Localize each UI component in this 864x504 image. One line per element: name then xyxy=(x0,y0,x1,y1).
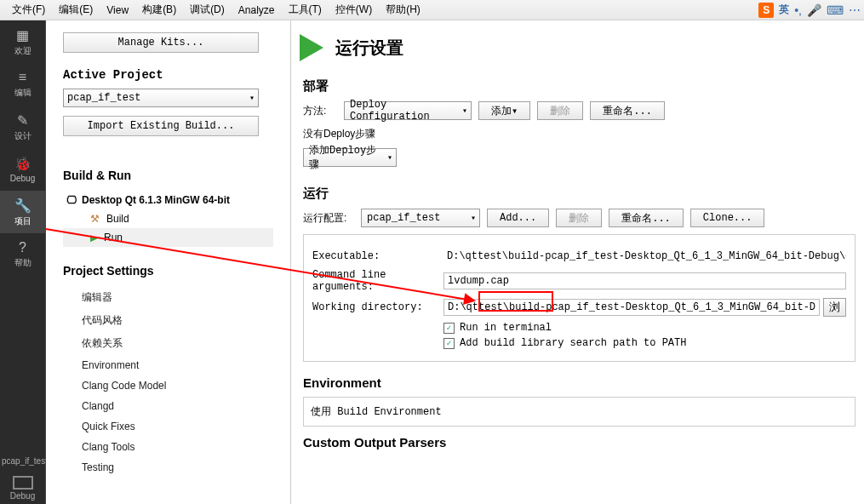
ps-quickfixes[interactable]: Quick Fixes xyxy=(63,416,273,437)
menubar: 文件(F) 编辑(E) View 构建(B) 调试(D) Analyze 工具(… xyxy=(0,0,864,20)
ps-dependencies[interactable]: 依赖关系 xyxy=(63,332,273,355)
deploy-method-select[interactable]: Deploy Configuration xyxy=(344,101,472,120)
method-label: 方法: xyxy=(303,104,337,118)
executable-label: Executable: xyxy=(312,250,440,262)
deploy-add-button[interactable]: 添加 ▾ xyxy=(478,101,530,120)
ps-editor[interactable]: 编辑器 xyxy=(63,286,273,309)
sidebar-design[interactable]: ✎设计 xyxy=(0,106,45,148)
ime-more-icon[interactable]: ⋯ xyxy=(849,3,861,17)
run-section-title: 运行 xyxy=(300,186,864,202)
sidebar-edit[interactable]: ≡编辑 xyxy=(0,63,45,106)
pencil-icon: ✎ xyxy=(17,112,28,129)
menu-edit[interactable]: 编辑(E) xyxy=(52,1,100,19)
edit-icon: ≡ xyxy=(19,70,26,85)
mode-sidebar: ▦欢迎 ≡编辑 ✎设计 🐞Debug 🔧项目 ?帮助 pcap_if_test … xyxy=(0,20,46,504)
sidebar-projects[interactable]: 🔧项目 xyxy=(0,191,45,233)
menu-build[interactable]: 构建(B) xyxy=(135,1,183,19)
no-deploy-steps-label: 没有Deploy步骤 xyxy=(303,127,375,141)
menu-tools[interactable]: 工具(T) xyxy=(282,1,329,19)
run-in-terminal-label: Run in terminal xyxy=(460,322,552,334)
workdir-input[interactable] xyxy=(443,299,820,316)
deploy-title: 部署 xyxy=(300,78,864,94)
help-icon: ? xyxy=(19,240,26,255)
ime-keyboard-icon[interactable]: ⌨ xyxy=(827,3,844,17)
run-big-icon xyxy=(300,34,323,61)
deploy-remove-button[interactable]: 删除 xyxy=(537,101,583,120)
ime-punct-icon[interactable]: •, xyxy=(794,3,802,17)
ps-codestyle[interactable]: 代码风格 xyxy=(63,309,273,332)
run-remove-button[interactable]: 删除 xyxy=(556,209,602,227)
sidebar-help[interactable]: ?帮助 xyxy=(0,233,45,276)
args-label: Command line arguments: xyxy=(312,269,440,293)
run-config-select[interactable]: pcap_if_test xyxy=(361,209,480,227)
ime-mic-icon[interactable]: 🎤 xyxy=(807,3,821,17)
ps-clang-tools[interactable]: Clang Tools xyxy=(63,437,273,457)
bug-icon: 🐞 xyxy=(14,156,31,172)
environment-title: Environment xyxy=(300,375,864,390)
workdir-label: Working directory: xyxy=(312,301,440,313)
manage-kits-button[interactable]: Manage Kits... xyxy=(63,32,259,53)
add-lib-path-label: Add build library search path to PATH xyxy=(460,337,686,349)
ps-testing[interactable]: Testing xyxy=(63,457,273,478)
workdir-browse-button[interactable]: 浏 xyxy=(823,298,846,317)
grid-icon: ▦ xyxy=(16,27,29,43)
menu-view[interactable]: View xyxy=(100,3,135,18)
sidebar-debug[interactable]: 🐞Debug xyxy=(0,148,45,191)
menu-analyze[interactable]: Analyze xyxy=(232,3,282,18)
environment-summary[interactable]: 使用 Build Environment xyxy=(303,397,855,427)
menu-help[interactable]: 帮助(H) xyxy=(379,1,427,19)
active-project-title: Active Project xyxy=(63,68,273,82)
run-in-terminal-checkbox[interactable]: ✓ xyxy=(443,323,455,334)
run-details-panel: Executable: D:\qttest\build-pcap_if_test… xyxy=(303,234,855,362)
ps-clangd[interactable]: Clangd xyxy=(63,396,273,416)
hammer-icon: ⚒ xyxy=(90,213,100,225)
menu-widgets[interactable]: 控件(W) xyxy=(329,1,379,19)
ime-tray: S 英 •, 🎤 ⌨ ⋯ xyxy=(758,3,861,18)
page-title: 运行设置 xyxy=(335,37,403,60)
add-lib-path-checkbox[interactable]: ✓ xyxy=(443,338,455,349)
parsers-title: Custom Output Parsers xyxy=(300,435,864,450)
ps-clang-model[interactable]: Clang Code Model xyxy=(63,375,273,396)
add-deploy-step-select[interactable]: 添加Deploy步骤 xyxy=(303,148,397,167)
run-rename-button[interactable]: 重命名... xyxy=(609,209,684,227)
active-project-combo[interactable]: pcap_if_test xyxy=(63,89,259,107)
import-build-button[interactable]: Import Existing Build... xyxy=(63,116,259,136)
monitor-icon xyxy=(13,476,33,490)
ime-badge-icon[interactable]: S xyxy=(758,3,774,18)
run-clone-button[interactable]: Clone... xyxy=(690,209,765,227)
run-config-label: 运行配置: xyxy=(303,211,354,226)
build-subrow[interactable]: ⚒Build xyxy=(63,209,273,228)
kit-row[interactable]: Desktop Qt 6.1.3 MinGW 64-bit xyxy=(63,191,273,209)
target-selector[interactable]: pcap_if_test xyxy=(0,453,45,469)
debug-selector[interactable]: Debug xyxy=(0,469,45,504)
menu-file[interactable]: 文件(F) xyxy=(5,1,52,19)
project-settings-title: Project Settings xyxy=(63,264,273,278)
wrench-icon: 🔧 xyxy=(14,198,31,214)
run-add-button[interactable]: Add... xyxy=(487,209,549,227)
ime-language[interactable]: 英 xyxy=(779,3,789,17)
deploy-rename-button[interactable]: 重命名... xyxy=(590,101,665,120)
ps-environment[interactable]: Environment xyxy=(63,355,273,375)
args-input[interactable] xyxy=(443,272,846,289)
run-settings-content: 运行设置 部署 方法: Deploy Configuration 添加 ▾ 删除… xyxy=(291,20,864,504)
executable-value: D:\qttest\build-pcap_if_test-Desktop_Qt_… xyxy=(443,249,846,264)
build-run-title: Build & Run xyxy=(63,169,273,182)
sidebar-welcome[interactable]: ▦欢迎 xyxy=(0,20,45,63)
menu-debug[interactable]: 调试(D) xyxy=(183,1,232,19)
